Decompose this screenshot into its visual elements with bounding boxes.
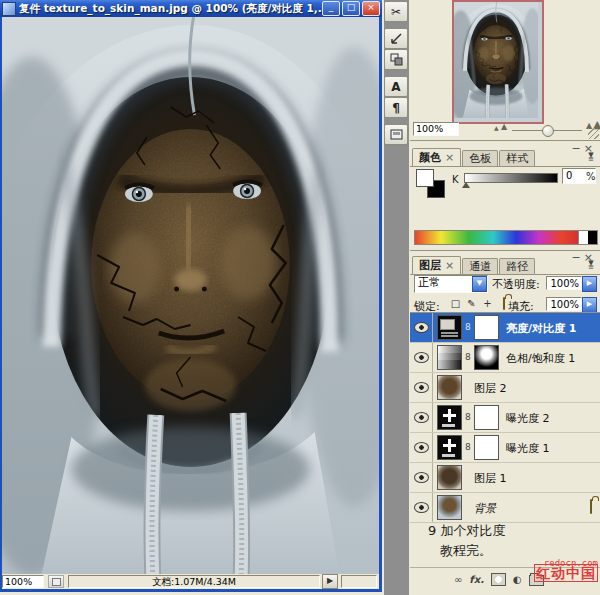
layers-panel-tabs: 图层× 通道 路径 [412, 257, 536, 274]
image-canvas[interactable] [2, 17, 379, 574]
layers-minimize-icon[interactable]: − [572, 251, 584, 264]
document-titlebar[interactable]: 复件 texture_to_skin_man.jpg @ 100% (亮度/对比… [0, 0, 382, 17]
layer-row-brightness-contrast[interactable]: 8 亮度/对比度 1 [410, 313, 600, 343]
adjustment-layer-icon[interactable]: ◐ [513, 574, 522, 585]
layer-name[interactable]: 背景 [474, 501, 496, 516]
color-spectrum-ramp[interactable] [414, 230, 598, 245]
layer-name[interactable]: 曝光度 1 [506, 441, 550, 456]
layer-name[interactable]: 图层 2 [474, 381, 507, 396]
spectrum-black-swatch[interactable] [588, 231, 597, 244]
visibility-toggle[interactable] [410, 493, 433, 522]
status-options-arrow[interactable]: ▶ [322, 574, 338, 589]
opacity-value[interactable]: 100% [546, 276, 582, 290]
fill-value[interactable]: 100% [546, 297, 582, 311]
document-window: 复件 texture_to_skin_man.jpg @ 100% (亮度/对比… [0, 0, 382, 592]
k-slider-caret[interactable] [462, 182, 470, 188]
layer-mask-thumbnail[interactable] [474, 345, 499, 370]
spectrum-white-swatch[interactable] [578, 231, 588, 244]
zoom-level-field[interactable]: 100% [2, 575, 44, 588]
status-spacer [341, 575, 377, 588]
scissors-icon: ✂ [391, 5, 401, 19]
tab-layers[interactable]: 图层× [412, 256, 461, 274]
layer-row-exposure1[interactable]: 8 曝光度 1 [410, 433, 600, 463]
tab-close-icon[interactable]: × [445, 151, 454, 164]
spectrum-gradient[interactable] [415, 231, 578, 244]
opacity-label: 不透明度: [492, 277, 540, 292]
layer-name[interactable]: 曝光度 2 [506, 411, 550, 426]
k-slider-bar[interactable] [464, 173, 558, 183]
palette-well-button[interactable] [384, 124, 408, 145]
layer-name[interactable]: 色相/饱和度 1 [506, 351, 575, 366]
adjustment-thumbnail[interactable] [437, 435, 462, 460]
navigator-zoom-field[interactable]: 100% [413, 122, 459, 136]
color-panel: −× 颜色× 色板 样式 ▼≡ K 0 % [410, 141, 600, 251]
opacity-spinner-icon[interactable]: ▶ [582, 276, 597, 292]
adjustment-thumbnail[interactable] [437, 345, 462, 370]
layer-row-layer2[interactable]: 图层 2 [410, 373, 600, 403]
layers-panel-menu-icon[interactable]: ▼≡ [585, 261, 597, 269]
visibility-toggle[interactable] [410, 313, 433, 342]
layer-row-layer1[interactable]: 图层 1 [410, 463, 600, 493]
panel-resize-grip[interactable] [588, 128, 599, 139]
tab-color[interactable]: 颜色× [412, 148, 461, 166]
slice-tool-button[interactable] [384, 28, 408, 49]
mask-link-icon: 8 [465, 352, 471, 362]
eye-icon [414, 472, 429, 483]
restore-button[interactable]: □ [342, 1, 360, 16]
layer-thumbnail[interactable] [437, 495, 462, 520]
layer-row-exposure2[interactable]: 8 曝光度 2 [410, 403, 600, 433]
slice-icon [390, 32, 403, 45]
scissors-tool-button[interactable]: ✂ [384, 1, 408, 22]
slice-select-tool-button[interactable] [384, 49, 408, 70]
link-layers-icon[interactable]: ∞ [454, 574, 462, 585]
minimize-button[interactable]: _ [322, 1, 340, 16]
blend-mode-dropdown-icon[interactable]: ▼ [472, 276, 487, 292]
background-lock-icon [590, 500, 592, 513]
fill-field[interactable]: 100% ▶ [546, 297, 597, 311]
lock-position-icon[interactable]: + [482, 298, 493, 309]
blend-mode-select[interactable]: 正常 ▼ [414, 275, 488, 293]
lock-transparency-icon[interactable]: □ [450, 298, 461, 309]
layer-name[interactable]: 图层 1 [474, 471, 507, 486]
navigator-proxy-view[interactable] [452, 0, 544, 124]
adjustment-thumbnail[interactable] [437, 405, 462, 430]
adjustment-thumbnail[interactable] [437, 315, 462, 340]
layer-thumbnail[interactable] [437, 465, 462, 490]
type-tool-button[interactable]: A [384, 76, 408, 97]
panel-menu-icon[interactable]: ▼≡ [585, 153, 597, 161]
paragraph-tool-button[interactable]: ¶ [384, 97, 408, 118]
tab-channels[interactable]: 通道 [462, 258, 498, 274]
tab-styles[interactable]: 样式 [499, 150, 535, 166]
visibility-toggle[interactable] [410, 433, 433, 462]
zoom-out-icon[interactable]: ▲ [494, 124, 499, 131]
layer-thumbnail[interactable] [437, 375, 462, 400]
layers-panel: −× 图层× 通道 路径 ▼≡ 正常 ▼ 不透明度: 100% ▶ 锁定: [410, 251, 600, 595]
foreground-color-swatch[interactable] [416, 169, 434, 187]
tab-swatches[interactable]: 色板 [462, 150, 498, 166]
blend-mode-value: 正常 [415, 276, 472, 292]
opacity-field[interactable]: 100% ▶ [546, 276, 597, 290]
add-mask-icon[interactable] [491, 573, 506, 586]
visibility-toggle[interactable] [410, 373, 433, 402]
layer-mask-thumbnail[interactable] [474, 405, 499, 430]
layer-style-icon[interactable]: fx. [469, 574, 484, 585]
panel-minimize-icon[interactable]: − [572, 142, 584, 155]
layer-row-background[interactable]: 背景 [410, 493, 600, 523]
visibility-toggle[interactable] [410, 463, 433, 492]
navigator-zoom-slider-thumb[interactable] [542, 125, 554, 137]
watermark: redocn.com 红动中国 [534, 558, 598, 580]
layer-mask-thumbnail[interactable] [474, 435, 499, 460]
layer-mask-thumbnail[interactable] [474, 315, 499, 340]
visibility-toggle[interactable] [410, 403, 433, 432]
visibility-toggle[interactable] [410, 343, 433, 372]
fill-spinner-icon[interactable]: ▶ [582, 297, 597, 313]
photoshop-workspace: 复件 texture_to_skin_man.jpg @ 100% (亮度/对比… [0, 0, 600, 595]
tab-close-icon-2[interactable]: × [445, 259, 454, 272]
tab-paths[interactable]: 路径 [499, 258, 535, 274]
eye-icon [414, 502, 429, 513]
layer-row-hue-saturation[interactable]: 8 色相/饱和度 1 [410, 343, 600, 373]
lock-pixels-icon[interactable]: ✎ [466, 298, 477, 309]
layer-name[interactable]: 亮度/对比度 1 [506, 321, 577, 336]
close-button[interactable]: × [362, 1, 380, 16]
eye-icon [414, 412, 429, 423]
